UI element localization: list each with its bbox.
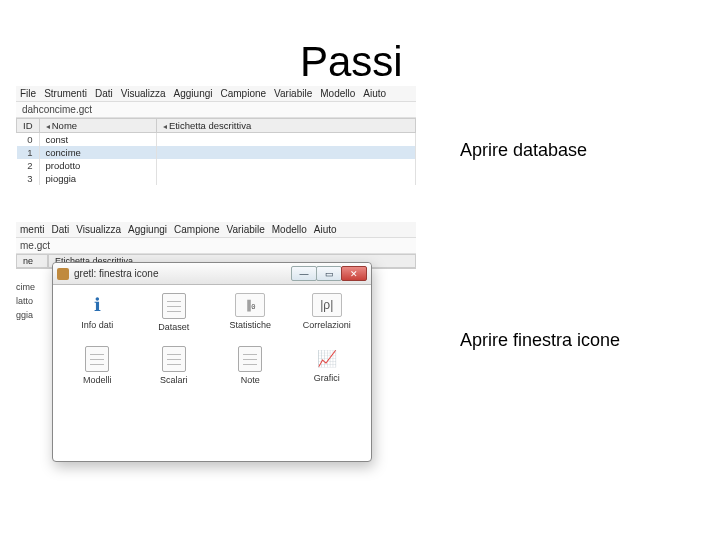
- menu-item[interactable]: Campione: [174, 224, 220, 235]
- menubar-truncated: menti Dati Visualizza Aggiungi Campione …: [16, 222, 416, 238]
- menu-file[interactable]: File: [20, 88, 36, 99]
- menubar: File Strumenti Dati Visualizza Aggiungi …: [16, 86, 416, 102]
- note-icon: [238, 346, 262, 372]
- icon-label: Info dati: [81, 320, 113, 330]
- menu-campione[interactable]: Campione: [220, 88, 266, 99]
- filename-bar-2: me.gct: [16, 238, 416, 254]
- menu-item[interactable]: Variabile: [227, 224, 265, 235]
- menu-aiuto[interactable]: Aiuto: [363, 88, 386, 99]
- menu-strumenti[interactable]: Strumenti: [44, 88, 87, 99]
- modelli-icon: [85, 346, 109, 372]
- menu-item[interactable]: Dati: [51, 224, 69, 235]
- cell-name: prodotto: [39, 159, 156, 172]
- col-id[interactable]: ID: [17, 119, 40, 133]
- screenshot-database: File Strumenti Dati Visualizza Aggiungi …: [16, 86, 416, 185]
- menu-dati[interactable]: Dati: [95, 88, 113, 99]
- cell-name: const: [39, 133, 156, 147]
- icon-label: Modelli: [83, 375, 112, 385]
- list-item: cime: [16, 280, 35, 294]
- maximize-button[interactable]: ▭: [316, 266, 342, 281]
- col-nome[interactable]: Nome: [39, 119, 156, 133]
- filename-bar: dahconcime.gct: [16, 102, 416, 118]
- menu-item[interactable]: Aggiungi: [128, 224, 167, 235]
- icon-label: Note: [241, 375, 260, 385]
- menu-item[interactable]: Modello: [272, 224, 307, 235]
- minimize-button[interactable]: —: [291, 266, 317, 281]
- icon-window: gretl: finestra icone — ▭ ✕ ℹInfo datiDa…: [52, 262, 372, 462]
- icon-label: Grafici: [314, 373, 340, 383]
- desktop-icon[interactable]: 📈Grafici: [312, 346, 342, 385]
- close-button[interactable]: ✕: [341, 266, 367, 281]
- menu-item[interactable]: menti: [20, 224, 44, 235]
- table-row[interactable]: 1concime: [17, 146, 416, 159]
- list-item: latto: [16, 294, 35, 308]
- col-frag: ne: [16, 254, 48, 268]
- dataset-icon: [162, 293, 186, 319]
- desktop-icon[interactable]: Dataset: [158, 293, 189, 332]
- menu-aggiungi[interactable]: Aggiungi: [174, 88, 213, 99]
- desktop-icon[interactable]: Note: [238, 346, 262, 385]
- table-row[interactable]: 2prodotto: [17, 159, 416, 172]
- desktop-icon[interactable]: ℹInfo dati: [81, 293, 113, 332]
- variable-table: ID Nome Etichetta descrittiva 0const 1co…: [16, 118, 416, 185]
- correlazioni-icon: |ρ|: [312, 293, 342, 317]
- desktop-icon[interactable]: Scalari: [160, 346, 188, 385]
- desktop-icon[interactable]: Modelli: [83, 346, 112, 385]
- desktop-icon[interactable]: ∥₀Statistiche: [229, 293, 271, 332]
- icon-label: Correlazioni: [303, 320, 351, 330]
- menu-modello[interactable]: Modello: [320, 88, 355, 99]
- cell-id: 1: [17, 146, 40, 159]
- statistiche-icon: ∥₀: [235, 293, 265, 317]
- icon-grid: ℹInfo datiDataset∥₀Statistiche|ρ|Correla…: [53, 285, 371, 393]
- slide-title: Passi: [300, 38, 403, 86]
- icon-label: Statistiche: [229, 320, 271, 330]
- app-icon: [57, 268, 69, 280]
- grafici-icon: 📈: [312, 346, 342, 370]
- cell-name: pioggia: [39, 172, 156, 185]
- desktop-icon[interactable]: |ρ|Correlazioni: [303, 293, 351, 332]
- menu-visualizza[interactable]: Visualizza: [121, 88, 166, 99]
- col-etichetta[interactable]: Etichetta descrittiva: [156, 119, 415, 133]
- icon-label: Scalari: [160, 375, 188, 385]
- scalari-icon: [162, 346, 186, 372]
- menu-variabile[interactable]: Variabile: [274, 88, 312, 99]
- table-row[interactable]: 0const: [17, 133, 416, 147]
- menu-item[interactable]: Visualizza: [76, 224, 121, 235]
- icon-label: Dataset: [158, 322, 189, 332]
- info-dati-icon: ℹ: [82, 293, 112, 317]
- table-row[interactable]: 3pioggia: [17, 172, 416, 185]
- cell-name: concime: [39, 146, 156, 159]
- cell-id: 0: [17, 133, 40, 147]
- list-item: ggia: [16, 308, 35, 322]
- cell-id: 2: [17, 159, 40, 172]
- side-rows-truncated: cime latto ggia: [16, 280, 35, 322]
- caption-aprire-database: Aprire database: [460, 140, 587, 161]
- menu-item[interactable]: Aiuto: [314, 224, 337, 235]
- cell-id: 3: [17, 172, 40, 185]
- caption-aprire-finestra-icone: Aprire finestra icone: [460, 330, 620, 351]
- titlebar[interactable]: gretl: finestra icone — ▭ ✕: [53, 263, 371, 285]
- window-title: gretl: finestra icone: [74, 268, 159, 279]
